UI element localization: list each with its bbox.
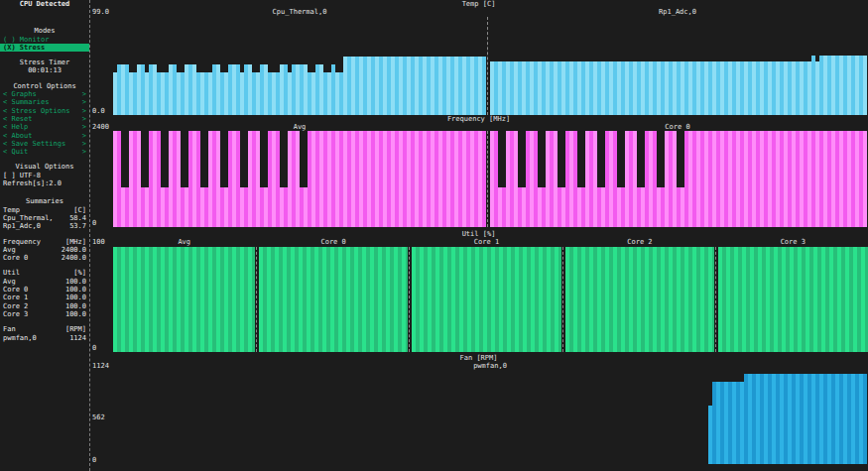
control-option-save-settings[interactable]: < Save Settings> — [0, 140, 89, 148]
summary-label: Core 0 — [3, 254, 28, 262]
panel-cpu-thermal-0 — [113, 17, 486, 115]
control-option-stress-options[interactable]: < Stress Options> — [0, 107, 89, 115]
control-option-summaries[interactable]: < Summaries> — [0, 98, 89, 106]
control-options-list: < Graphs>< Summaries>< Stress Options>< … — [0, 90, 89, 156]
control-option-label: < About — [3, 132, 33, 140]
control-option-reset[interactable]: < Reset> — [0, 115, 89, 123]
summary-row: Fan[RPM] — [0, 325, 89, 333]
graph-bar — [482, 57, 486, 114]
summary-row: Core 1100.0 — [0, 294, 89, 301]
control-option-label: < Quit — [3, 148, 28, 156]
graph-header-row: 1124pwmfan,0 — [89, 362, 868, 370]
summary-value: [MHz] — [65, 238, 86, 246]
chevron-right-icon: > — [82, 98, 86, 106]
summary-label: Avg — [3, 246, 16, 254]
summary-row: pwmfan,01124 — [0, 334, 89, 342]
control-option-label: < Reset — [3, 115, 33, 123]
summary-row: Core 02400.0 — [0, 254, 89, 262]
panel-title: Core 0 — [258, 238, 408, 246]
s-tui-app: CPU Detected Modes ( ) Monitor (X) Stres… — [0, 0, 868, 471]
graph-plot-area: 0 — [113, 131, 868, 227]
panel-avg — [113, 247, 255, 352]
summary-label: Cpu_Thermal, — [3, 214, 54, 222]
summary-value: 100.0 — [65, 294, 86, 301]
control-option-help[interactable]: < Help> — [0, 123, 89, 131]
summary-label: Avg — [3, 278, 16, 286]
y-axis-max-label: 2400 — [92, 123, 109, 131]
graph-bar — [558, 247, 561, 352]
graph-fan: Fan [RPM]1124pwmfan,00562 — [89, 354, 868, 465]
graph-plot-area: 0562 — [113, 370, 868, 464]
summary-label: Rp1_Adc,0 — [3, 222, 41, 230]
summary-label: Temp — [3, 206, 20, 214]
graph-title: Temp [C] — [89, 0, 868, 8]
y-axis-mid-label: 562 — [92, 413, 105, 421]
summary-row: Util[%] — [0, 269, 89, 277]
graph-title: Fan [RPM] — [89, 354, 868, 362]
summary-value: 100.0 — [65, 278, 86, 286]
summary-label: Fan — [3, 325, 16, 333]
y-axis-line — [89, 0, 90, 471]
control-option-quit[interactable]: < Quit> — [0, 148, 89, 156]
summary-value: 58.4 — [69, 214, 86, 222]
panel-core-0 — [259, 247, 409, 352]
summary-row: Temp[C] — [0, 206, 89, 214]
graph-frequency: Frequency [MHz]2400AvgCore 00 — [89, 115, 868, 228]
y-axis-min-label: 0 — [92, 344, 96, 352]
graph-header-row: 99.0Cpu_Thermal,0Rp1_Adc,0 — [89, 8, 868, 16]
chevron-right-icon: > — [82, 90, 86, 98]
cpu-detected-title: CPU Detected — [0, 0, 89, 8]
control-option-label: < Graphs — [3, 90, 37, 98]
stress-timer-value: 00:01:13 — [0, 66, 89, 74]
summary-value: [C] — [73, 206, 86, 214]
summary-value: 53.7 — [69, 222, 86, 230]
y-axis-max-label: 100 — [92, 238, 105, 246]
mode-stress-radio[interactable]: (X) Stress — [0, 44, 89, 52]
visual-options-header: Visual Options — [0, 163, 89, 171]
chevron-right-icon: > — [82, 140, 86, 148]
summary-value: 2400.0 — [62, 246, 86, 254]
summary-value: [RPM] — [65, 325, 86, 333]
graph-bar — [863, 131, 867, 227]
summary-value: 100.0 — [65, 310, 86, 318]
control-option-label: < Help — [3, 123, 28, 131]
control-option-about[interactable]: < About> — [0, 132, 89, 140]
panel-title: Core 1 — [412, 238, 561, 246]
graph-bar — [252, 247, 255, 352]
summary-value: 100.0 — [65, 286, 86, 294]
summary-value: 2400.0 — [62, 254, 86, 262]
mode-monitor-radio[interactable]: ( ) Monitor — [0, 36, 89, 44]
graphs-column: Temp [C]99.0Cpu_Thermal,0Rp1_Adc,00.0Fre… — [89, 0, 868, 464]
control-option-label: < Stress Options — [3, 107, 69, 115]
summary-label: Core 2 — [3, 302, 28, 310]
modes-header: Modes — [0, 27, 89, 35]
control-option-graphs[interactable]: < Graphs> — [0, 90, 89, 98]
panel-title: Core 3 — [718, 238, 868, 246]
chevron-right-icon: > — [82, 148, 86, 156]
utf8-checkbox[interactable]: [ ] UTF-8 — [0, 172, 89, 179]
refresh-rate-field[interactable]: Refresh[s]:2.0 — [0, 179, 89, 187]
stress-timer-header: Stress Timer — [0, 59, 89, 66]
panel-title: Avg — [113, 238, 255, 246]
panel-avg — [113, 131, 486, 227]
summary-label: Core 0 — [3, 286, 28, 294]
summary-label: Core 3 — [3, 310, 28, 318]
y-axis-min-label: 0 — [92, 219, 96, 227]
y-axis-max-label: 99.0 — [92, 8, 109, 16]
panel-pwmfan-0 — [113, 370, 867, 464]
graph-title: Util [%] — [89, 230, 868, 238]
graph-bar — [863, 56, 867, 114]
panel-title: Avg — [113, 123, 486, 131]
chevron-right-icon: > — [82, 123, 86, 131]
summary-label: Frequency — [3, 238, 41, 246]
y-axis-max-label: 1124 — [92, 362, 109, 370]
summary-row: Frequency[MHz] — [0, 238, 89, 246]
graph-plot-area: 0.0 — [113, 17, 868, 115]
graph-bar — [712, 247, 715, 352]
summaries-groups: Temp[C]Cpu_Thermal,58.4Rp1_Adc,053.7Freq… — [0, 206, 89, 342]
summary-group: Frequency[MHz]Avg2400.0Core 02400.0 — [0, 238, 89, 263]
summary-row: Avg2400.0 — [0, 246, 89, 254]
panel-title: pwmfan,0 — [113, 362, 867, 370]
control-options-header: Control Options — [0, 82, 89, 90]
panel-title: Rp1_Adc,0 — [489, 8, 866, 16]
